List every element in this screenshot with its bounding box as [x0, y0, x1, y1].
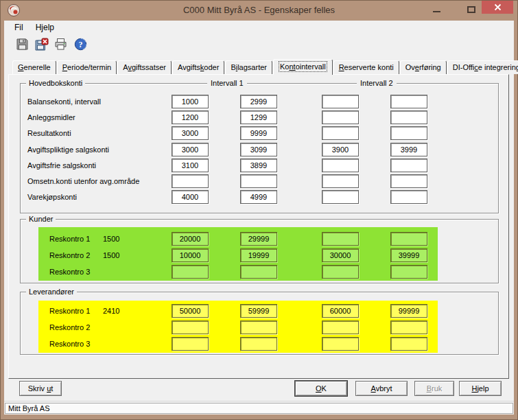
- table-row: Resultatkonti: [21, 126, 498, 140]
- interval-input[interactable]: [240, 159, 277, 172]
- interval-input[interactable]: [240, 126, 277, 140]
- table-row: Reskontro 1 1500: [21, 232, 498, 246]
- interval-input[interactable]: [390, 159, 427, 172]
- help-icon[interactable]: ?: [73, 37, 88, 51]
- interval-input[interactable]: [240, 265, 277, 279]
- tab-generelle[interactable]: Generelle: [12, 60, 56, 74]
- close-button[interactable]: [482, 1, 513, 14]
- interval-input[interactable]: [390, 95, 427, 108]
- interval-input[interactable]: [172, 143, 209, 156]
- print-icon[interactable]: [54, 37, 68, 51]
- tab-avgiftskoder[interactable]: Avgiftskoder: [172, 60, 224, 74]
- interval-input[interactable]: [390, 126, 427, 140]
- interval-input[interactable]: [172, 232, 209, 246]
- interval-input[interactable]: [240, 248, 277, 262]
- interval-input[interactable]: [172, 126, 209, 140]
- row-label: Reskontro 3: [49, 337, 90, 351]
- row-label: Reskontro 1: [49, 232, 90, 246]
- interval-input[interactable]: [240, 337, 277, 351]
- interval-input[interactable]: [390, 320, 427, 334]
- konto-number: 1500: [103, 232, 119, 246]
- toolbar: ?: [4, 34, 514, 55]
- row-label: Avgiftspliktige salgskonti: [27, 143, 109, 156]
- tab-avgiftssatser[interactable]: Avgiftssatser: [117, 60, 172, 74]
- interval-input[interactable]: [322, 95, 359, 108]
- interval-input[interactable]: [240, 320, 277, 334]
- interval-input[interactable]: [322, 143, 359, 156]
- interval-input[interactable]: [390, 190, 427, 204]
- row-label: Varekjøpskonti: [27, 190, 77, 204]
- hjelp-button[interactable]: Hjelp: [459, 381, 502, 396]
- interval-input[interactable]: [322, 232, 359, 246]
- row-label: Reskontro 1: [49, 304, 90, 318]
- tab-overforing[interactable]: Overføring: [400, 60, 447, 74]
- interval-input[interactable]: [390, 265, 427, 279]
- bruk-button[interactable]: Bruk: [414, 381, 454, 396]
- tab-periode-termin[interactable]: Periode/termin: [57, 60, 117, 74]
- close-icon: [494, 3, 502, 11]
- interval-input[interactable]: [322, 174, 359, 188]
- row-label: Reskontro 3: [49, 265, 90, 279]
- interval-input[interactable]: [240, 110, 277, 124]
- column-header-intervall-2: Intervall 2: [357, 79, 397, 88]
- tab-kontointervall[interactable]: Kontointervall: [273, 59, 333, 75]
- interval-input[interactable]: [172, 337, 209, 351]
- row-label: Omsetn.konti utenfor avg.område: [27, 174, 139, 188]
- interval-input[interactable]: [322, 337, 359, 351]
- interval-input[interactable]: [322, 248, 359, 262]
- tab-reserverte-konti[interactable]: Reserverte konti: [333, 60, 399, 74]
- table-row: Balansekonti, intervall: [21, 95, 498, 108]
- interval-input[interactable]: [172, 190, 209, 204]
- avbryt-button[interactable]: Avbryt: [355, 381, 408, 396]
- interval-input[interactable]: [240, 95, 277, 108]
- minimize-button[interactable]: [427, 3, 446, 16]
- tab-panel: Hovedbokskonti Intervall 1 Intervall 2 B…: [8, 74, 509, 379]
- interval-input[interactable]: [390, 174, 427, 188]
- interval-input[interactable]: [390, 248, 427, 262]
- interval-input[interactable]: [390, 337, 427, 351]
- interval-input[interactable]: [172, 174, 209, 188]
- interval-input[interactable]: [172, 95, 209, 108]
- interval-input[interactable]: [172, 265, 209, 279]
- group-title: Leverandører: [26, 288, 77, 296]
- tab-bilagsarter[interactable]: Bilagsarter: [225, 60, 272, 74]
- maximize-button[interactable]: [462, 3, 480, 16]
- tab-di-office-integrering[interactable]: DI-Office integrering: [447, 60, 518, 74]
- dialog-body: Fil Hjelp: [4, 21, 514, 415]
- menu-fil[interactable]: Fil: [8, 21, 30, 34]
- interval-input[interactable]: [172, 304, 209, 318]
- interval-input[interactable]: [322, 304, 359, 318]
- interval-input[interactable]: [172, 159, 209, 172]
- interval-input[interactable]: [240, 174, 277, 188]
- menu-hjelp[interactable]: Hjelp: [30, 21, 60, 34]
- interval-input[interactable]: [322, 265, 359, 279]
- interval-input[interactable]: [322, 190, 359, 204]
- interval-input[interactable]: [322, 126, 359, 140]
- interval-input[interactable]: [390, 143, 427, 156]
- minimize-icon: [433, 11, 440, 12]
- interval-input[interactable]: [172, 320, 209, 334]
- interval-input[interactable]: [322, 159, 359, 172]
- interval-input[interactable]: [390, 304, 427, 318]
- interval-input[interactable]: [322, 320, 359, 334]
- app-window: C000 Mitt Byrå AS - Egenskaper felles Fi…: [0, 0, 518, 420]
- konto-number: 2410: [103, 304, 119, 318]
- interval-input[interactable]: [240, 232, 277, 246]
- skriv-ut-button[interactable]: Skriv ut: [19, 381, 62, 396]
- interval-input[interactable]: [322, 110, 359, 124]
- group-leverandorer: Leverandører Reskontro 1 2410 Reskontro …: [20, 292, 499, 355]
- interval-input[interactable]: [390, 110, 427, 124]
- table-row: Reskontro 3: [21, 265, 498, 279]
- interval-input[interactable]: [172, 248, 209, 262]
- interval-input[interactable]: [240, 304, 277, 318]
- maximize-icon: [467, 6, 475, 13]
- group-kunder: Kunder Reskontro 1 1500 Reskontro 2 1500: [20, 219, 499, 283]
- save-close-icon[interactable]: [34, 37, 49, 51]
- interval-input[interactable]: [172, 110, 209, 124]
- interval-input[interactable]: [240, 190, 277, 204]
- save-icon[interactable]: [15, 37, 30, 51]
- interval-input[interactable]: [390, 232, 427, 246]
- svg-text:?: ?: [79, 40, 83, 49]
- interval-input[interactable]: [240, 143, 277, 156]
- ok-button[interactable]: OK: [295, 381, 347, 396]
